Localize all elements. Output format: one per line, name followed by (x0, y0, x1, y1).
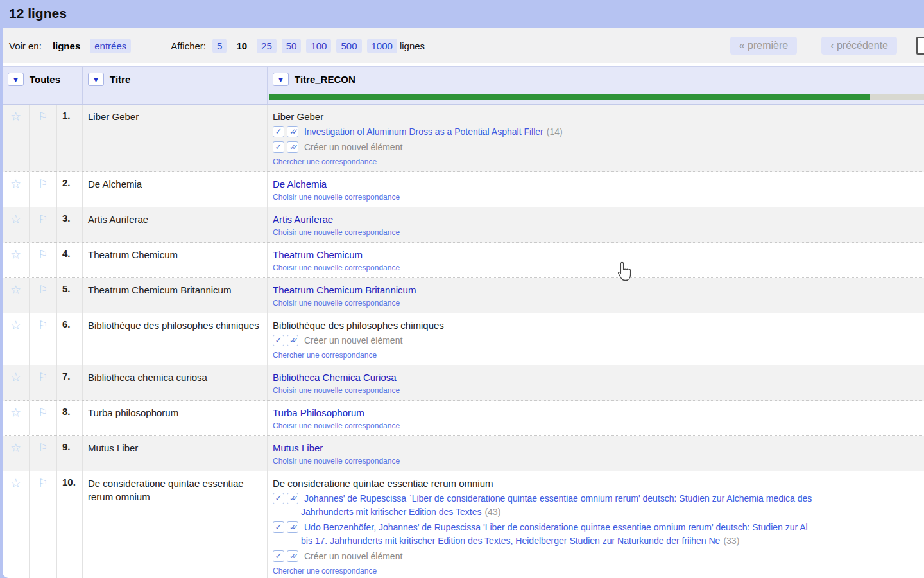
page-size-100[interactable]: 100 (306, 39, 331, 53)
star-toggle[interactable]: ☆ (3, 471, 30, 578)
titre-cell: Liber Geber (83, 105, 268, 171)
titre-recon-column-label: Titre_RECON (295, 74, 355, 85)
table-row: ☆⚐9.Mutus LiberMutus LiberChoisir une no… (3, 436, 924, 471)
star-toggle[interactable]: ☆ (3, 436, 30, 471)
match-this-cell-checkbox[interactable]: ✓ (273, 141, 284, 153)
all-column-menu-button[interactable]: ▼ (8, 73, 24, 86)
flag-toggle[interactable]: ⚐ (30, 105, 57, 171)
page-size-50[interactable]: 50 (282, 39, 302, 53)
flag-toggle[interactable]: ⚐ (30, 365, 57, 400)
choose-new-match-link[interactable]: Choisir une nouvelle correspondance (273, 299, 400, 308)
star-toggle[interactable]: ☆ (3, 207, 30, 242)
choose-new-match-link[interactable]: Choisir une nouvelle correspondance (273, 228, 400, 237)
flag-toggle[interactable]: ⚐ (30, 243, 57, 277)
search-for-match-link[interactable]: Chercher une correspondance (273, 566, 377, 575)
create-new-item-label: Créer un nouvel élément (304, 141, 402, 154)
match-this-cell-checkbox[interactable]: ✓ (273, 550, 284, 562)
matched-entity-link[interactable]: Theatrum Chemicum (273, 248, 363, 261)
chevron-down-icon: ▼ (12, 76, 20, 83)
titre-recon-cell: Bibliotheca Chemica CuriosaChoisir une n… (268, 365, 924, 400)
matched-entity-link[interactable]: Theatrum Chemicum Britannicum (273, 283, 416, 297)
titre-recon-cell: Liber Geber✓✓✓Investigation of Aluminum … (268, 105, 924, 171)
match-all-identical-cells-checkbox[interactable]: ✓✓ (287, 521, 298, 533)
titre-recon-cell: De AlchemiaChoisir une nouvelle correspo… (268, 172, 924, 207)
star-toggle[interactable]: ☆ (3, 278, 30, 313)
rows-count-bar: 12 lignes (0, 0, 924, 28)
view-option-entrées[interactable]: entrées (90, 39, 131, 53)
page-size-25[interactable]: 25 (257, 39, 277, 53)
choose-new-match-link[interactable]: Choisir une nouvelle correspondance (273, 386, 400, 395)
star-toggle[interactable]: ☆ (3, 313, 30, 365)
recon-action: Chercher une correspondance (273, 349, 924, 361)
chevron-down-icon: ▼ (92, 76, 100, 83)
matched-entity-link[interactable]: Artis Auriferae (273, 213, 333, 226)
flag-toggle[interactable]: ⚐ (30, 172, 57, 207)
flag-toggle[interactable]: ⚐ (30, 436, 57, 471)
create-new-row: ✓✓✓Créer un nouvel élément (273, 550, 924, 563)
star-toggle[interactable]: ☆ (3, 172, 30, 207)
table-row: ☆⚐7.Bibliotheca chemica curiosaBibliothe… (3, 365, 924, 401)
titre-recon-cell: Theatrum Chemicum BritannicumChoisir une… (268, 278, 924, 313)
matched-entity-link[interactable]: Mutus Liber (273, 441, 323, 455)
page-number-input[interactable] (916, 37, 924, 55)
choose-new-match-link[interactable]: Choisir une nouvelle correspondance (273, 457, 400, 466)
row-index: 6. (57, 313, 83, 365)
choose-new-match-link[interactable]: Choisir une nouvelle correspondance (273, 421, 400, 430)
titre-column-menu-button[interactable]: ▼ (88, 73, 104, 86)
recon-action: Choisir une nouvelle correspondance (273, 191, 924, 203)
titre-cell: Theatrum Chemicum Britannicum (83, 278, 268, 313)
titre-recon-cell: Artis AuriferaeChoisir une nouvelle corr… (268, 207, 924, 242)
star-toggle[interactable]: ☆ (3, 243, 30, 277)
table-row: ☆⚐5.Theatrum Chemicum BritannicumTheatru… (3, 278, 924, 313)
matched-entity-link[interactable]: De Alchemia (273, 177, 327, 191)
choose-new-match-link[interactable]: Choisir une nouvelle correspondance (273, 263, 400, 272)
titre-cell: De consideratione quintae essentiae reru… (83, 471, 268, 578)
flag-toggle[interactable]: ⚐ (30, 207, 57, 242)
search-for-match-link[interactable]: Chercher une correspondance (273, 351, 377, 360)
candidate-score: (14) (547, 127, 563, 137)
choose-new-match-link[interactable]: Choisir une nouvelle correspondance (273, 193, 400, 202)
titre-cell: Artis Auriferae (83, 207, 268, 242)
page-sizes: 51025501005001000 (212, 39, 397, 53)
first-page-button[interactable]: « première (730, 37, 797, 55)
match-all-identical-cells-checkbox[interactable]: ✓✓ (287, 493, 298, 504)
candidate-link[interactable]: Johannes' de Rupescissa `Liber de consid… (301, 493, 812, 517)
match-this-cell-checkbox[interactable]: ✓ (273, 521, 284, 533)
search-for-match-link[interactable]: Chercher une correspondance (273, 157, 377, 166)
recon-action: Choisir une nouvelle correspondance (273, 419, 924, 432)
page-size-10: 10 (232, 39, 252, 53)
match-all-identical-cells-checkbox[interactable]: ✓✓ (287, 550, 298, 562)
star-toggle[interactable]: ☆ (3, 105, 30, 171)
star-toggle[interactable]: ☆ (3, 401, 30, 435)
match-this-cell-checkbox[interactable]: ✓ (273, 126, 284, 137)
match-all-identical-cells-checkbox[interactable]: ✓✓ (287, 335, 298, 346)
previous-page-button[interactable]: ‹ précédente (821, 37, 897, 55)
row-index: 7. (57, 365, 83, 400)
page-size-5[interactable]: 5 (212, 39, 227, 53)
reconciliation-progress-bar (270, 94, 924, 100)
titre-recon-column-menu-button[interactable]: ▼ (273, 73, 289, 86)
flag-toggle[interactable]: ⚐ (30, 401, 57, 435)
flag-toggle[interactable]: ⚐ (30, 471, 57, 578)
titre-cell: Bibliothèque des philosophes chimiques (83, 313, 268, 365)
titre-recon-cell: Mutus LiberChoisir une nouvelle correspo… (268, 436, 924, 471)
matched-entity-link[interactable]: Turba Philosophorum (273, 406, 364, 419)
row-index: 9. (57, 436, 83, 471)
row-index: 8. (57, 401, 83, 435)
table-row: ☆⚐6.Bibliothèque des philosophes chimiqu… (3, 313, 924, 365)
flag-toggle[interactable]: ⚐ (30, 278, 57, 313)
candidate-link[interactable]: Investigation of Aluminum Dross as a Pot… (304, 127, 543, 137)
reconciliation-progress-green (270, 94, 870, 100)
page-size-1000[interactable]: 1000 (367, 39, 397, 53)
page-size-500[interactable]: 500 (336, 39, 361, 53)
star-toggle[interactable]: ☆ (3, 365, 30, 400)
create-new-row: ✓✓✓Créer un nouvel élément (273, 334, 924, 347)
match-all-identical-cells-checkbox[interactable]: ✓✓ (287, 126, 298, 137)
flag-toggle[interactable]: ⚐ (30, 313, 57, 365)
matched-entity-link[interactable]: Bibliotheca Chemica Curiosa (273, 371, 397, 384)
recon-candidate: ✓✓✓Udo Benzenhöfer, Johannes' de Rupesci… (273, 521, 924, 548)
match-this-cell-checkbox[interactable]: ✓ (273, 493, 284, 504)
match-this-cell-checkbox[interactable]: ✓ (273, 335, 284, 346)
match-all-identical-cells-checkbox[interactable]: ✓✓ (287, 141, 298, 153)
row-index: 2. (57, 172, 83, 207)
